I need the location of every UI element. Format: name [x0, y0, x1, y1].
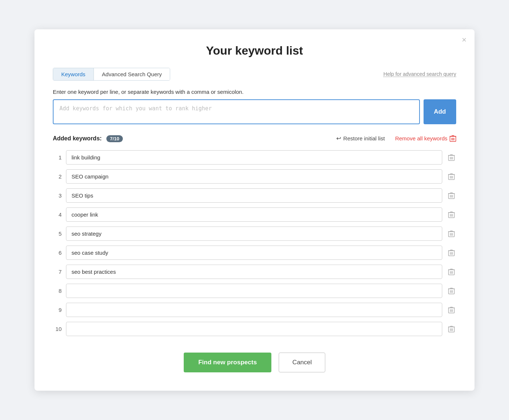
row-number: 7: [53, 269, 62, 275]
restore-icon: ↩: [336, 135, 341, 142]
keyword-row: 4: [53, 205, 456, 224]
remove-all-label: Remove all keywords: [395, 135, 447, 141]
row-number: 4: [53, 211, 62, 218]
keyword-row: 10: [53, 320, 456, 339]
keyword-field-3[interactable]: [66, 188, 442, 203]
cancel-button[interactable]: Cancel: [279, 353, 325, 372]
find-prospects-button[interactable]: Find new prospects: [184, 353, 272, 372]
keyword-field-6[interactable]: [66, 246, 442, 260]
keyword-row: 1: [53, 148, 456, 167]
delete-keyword-button-10[interactable]: [447, 325, 456, 334]
delete-keyword-button-5[interactable]: [447, 229, 456, 238]
row-number: 6: [53, 250, 62, 256]
row-number: 3: [53, 192, 62, 199]
row-number: 1: [53, 154, 62, 161]
row-number: 9: [53, 307, 62, 313]
delete-keyword-button-3[interactable]: [447, 191, 456, 200]
instruction-text: Enter one keyword per line, or separate …: [53, 89, 456, 95]
add-button[interactable]: Add: [424, 99, 456, 124]
trash-icon: [448, 173, 455, 180]
keywords-label-area: Added keywords: 7/10: [53, 135, 123, 142]
trash-icon: [448, 230, 455, 237]
keyword-row: 8: [53, 281, 456, 301]
delete-keyword-button-2[interactable]: [447, 172, 456, 181]
row-number: 10: [53, 326, 62, 332]
delete-keyword-button-8[interactable]: [447, 287, 456, 295]
keyword-field-9[interactable]: [66, 303, 442, 317]
row-number: 8: [53, 288, 62, 294]
header-actions: ↩ Restore initial list Remove all keywor…: [336, 135, 456, 142]
restore-label: Restore initial list: [343, 135, 385, 141]
trash-icon-red: [450, 135, 456, 142]
delete-keyword-button-9[interactable]: [447, 306, 456, 314]
trash-icon: [448, 306, 455, 314]
keyword-list: 1 2 3 4 5: [53, 148, 456, 339]
delete-keyword-button-7[interactable]: [447, 268, 456, 276]
tab-keywords[interactable]: Keywords: [53, 68, 94, 80]
keyword-input[interactable]: [53, 99, 420, 124]
trash-icon: [448, 268, 455, 276]
keywords-count-badge: 7/10: [106, 135, 123, 142]
delete-keyword-button-4[interactable]: [447, 210, 456, 219]
delete-keyword-button-1[interactable]: [447, 153, 456, 162]
help-link[interactable]: Help for advanced search query: [384, 71, 456, 77]
tabs-container: Keywords Advanced Search Query: [53, 68, 170, 81]
modal-title: Your keyword list: [53, 44, 456, 58]
row-number: 2: [53, 173, 62, 180]
keyword-row: 5: [53, 224, 456, 243]
tab-advanced-search[interactable]: Advanced Search Query: [94, 68, 170, 80]
keyword-row: 3: [53, 186, 456, 205]
trash-icon: [448, 325, 455, 333]
row-number: 5: [53, 231, 62, 237]
trash-icon: [448, 211, 455, 218]
restore-button[interactable]: ↩ Restore initial list: [336, 135, 385, 142]
close-button[interactable]: ×: [462, 36, 466, 44]
keyword-field-4[interactable]: [66, 207, 442, 222]
keyword-row: 7: [53, 262, 456, 281]
trash-icon: [448, 249, 455, 257]
keyword-list-modal: × Your keyword list Keywords Advanced Se…: [34, 29, 475, 391]
trash-icon: [448, 192, 455, 199]
keyword-field-10[interactable]: [66, 322, 442, 336]
remove-all-button[interactable]: Remove all keywords: [395, 135, 456, 142]
keyword-field-7[interactable]: [66, 265, 442, 279]
tabs-row: Keywords Advanced Search Query Help for …: [53, 68, 456, 81]
keyword-field-5[interactable]: [66, 226, 442, 241]
keyword-row: 6: [53, 243, 456, 262]
keyword-field-8[interactable]: [66, 284, 442, 298]
keyword-row: 2: [53, 167, 456, 186]
keyword-field-1[interactable]: [66, 150, 442, 165]
keywords-label: Added keywords:: [53, 135, 102, 141]
keywords-header: Added keywords: 7/10 ↩ Restore initial l…: [53, 135, 456, 142]
footer-buttons: Find new prospects Cancel: [53, 353, 456, 372]
keyword-input-row: Add: [53, 99, 456, 124]
delete-keyword-button-6[interactable]: [447, 248, 456, 257]
keyword-field-2[interactable]: [66, 169, 442, 184]
trash-icon: [448, 287, 455, 295]
trash-icon: [448, 154, 455, 161]
keyword-row: 9: [53, 301, 456, 320]
